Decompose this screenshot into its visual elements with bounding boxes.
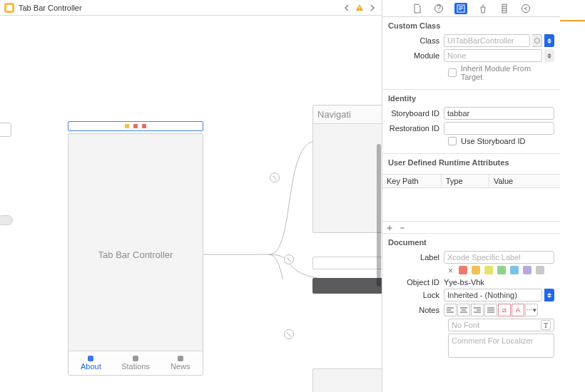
font-picker-icon[interactable]: T [541, 320, 551, 330]
localizer-comment-textarea[interactable]: Comment For Localizer [448, 334, 554, 358]
tab-icon [133, 356, 138, 361]
document-section: Document Label Xcode Specific Label × Ob… [382, 234, 560, 366]
scene-title-bar[interactable] [68, 121, 203, 131]
connections-inspector-tab-icon[interactable] [520, 3, 531, 14]
tab-bar-controller-scene[interactable]: Tab Bar Controller About Stations News [68, 133, 203, 376]
tab-item-stations[interactable]: Stations [113, 351, 158, 375]
udra-col-type[interactable]: Type [441, 175, 489, 188]
label-input[interactable]: Xcode Specific Label [444, 251, 554, 264]
history-back-icon[interactable] [342, 3, 352, 13]
breadcrumb-bar: Tab Bar Controller [0, 0, 382, 16]
inspector-tab-bar: ? [382, 0, 560, 17]
more-icon[interactable]: ⋯▾ [525, 304, 538, 316]
color-swatch[interactable] [523, 266, 531, 274]
file-inspector-tab-icon[interactable] [412, 3, 423, 14]
object-id-label: Object ID [388, 278, 439, 287]
use-storyboard-id-label: Use Storyboard ID [461, 137, 525, 145]
restoration-id-input[interactable] [444, 122, 554, 135]
notes-label: Notes [388, 306, 439, 314]
scene-partial[interactable] [312, 368, 382, 392]
storyboard-id-label: Storyboard ID [388, 109, 439, 118]
color-swatch[interactable] [472, 266, 480, 274]
history-forward-icon[interactable] [367, 3, 377, 13]
storyboard-id-input[interactable]: tabbar [444, 107, 554, 120]
right-gutter [560, 0, 585, 392]
font-select[interactable]: No Font T [448, 319, 554, 331]
add-button[interactable]: ＋ [384, 223, 395, 233]
label-label: Label [388, 253, 439, 262]
udra-col-key[interactable]: Key Path [382, 175, 441, 188]
scrollbar-thumb[interactable] [377, 144, 381, 287]
color-swatch[interactable] [536, 266, 544, 274]
align-justify-icon[interactable] [484, 304, 497, 316]
svg-rect-8 [459, 9, 462, 10]
color-swatch[interactable] [459, 266, 467, 274]
svg-rect-1 [359, 6, 360, 9]
identity-section: Identity Storyboard ID tabbar Restoratio… [382, 90, 560, 154]
segue-node-icon[interactable] [284, 329, 294, 339]
svg-rect-0 [6, 5, 12, 11]
exit-icon [133, 124, 138, 128]
note-b-icon[interactable]: A [512, 304, 524, 316]
udra-table: Key Path Type Value [382, 174, 560, 188]
udra-body[interactable] [382, 188, 560, 221]
align-right-icon[interactable] [471, 304, 484, 316]
color-swatch[interactable] [497, 266, 506, 274]
warning-icon[interactable] [355, 3, 365, 13]
udra-section: User Defined Runtime Attributes Key Path… [382, 154, 560, 234]
svg-rect-2 [359, 9, 360, 10]
segue-node-icon[interactable] [270, 172, 280, 182]
remove-button[interactable]: － [397, 223, 408, 233]
svg-text:?: ? [436, 4, 440, 12]
class-combobox[interactable]: UITabBarController [444, 34, 530, 47]
align-left-icon[interactable] [444, 304, 457, 316]
use-storyboard-id-checkbox[interactable] [448, 137, 457, 145]
scene-partial[interactable] [312, 257, 382, 269]
dropdown-arrow-icon[interactable] [544, 34, 554, 47]
storyboard-canvas[interactable]: Tab Bar Controller About Stations News N… [0, 16, 382, 392]
restoration-id-label: Restoration ID [388, 124, 439, 133]
offscreen-scene [0, 215, 13, 225]
section-heading: User Defined Runtime Attributes [382, 158, 560, 170]
lock-select[interactable]: Inherited - (Nothing) [444, 289, 542, 301]
breadcrumb-title[interactable]: Tab Bar Controller [19, 4, 82, 12]
scene-partial[interactable] [312, 278, 382, 294]
identity-inspector-tab-icon[interactable] [454, 3, 467, 14]
color-swatch[interactable] [510, 266, 519, 274]
vertical-scrollbar[interactable] [376, 16, 382, 392]
orange-divider [560, 20, 585, 21]
svg-point-10 [522, 4, 529, 12]
udra-col-value[interactable]: Value [489, 175, 560, 188]
segue-node-icon[interactable] [284, 254, 294, 264]
class-label: Class [388, 36, 439, 45]
dropdown-arrow-icon[interactable] [544, 49, 554, 62]
scene-label: Tab Bar Controller [68, 134, 203, 375]
inherit-module-label: Inherit Module From Target [461, 64, 554, 81]
note-a-icon[interactable]: ⧄ [498, 304, 511, 316]
udra-add-remove: ＋ － [382, 221, 560, 233]
align-center-icon[interactable] [457, 304, 470, 316]
tab-item-news[interactable]: News [158, 351, 203, 375]
section-heading: Document [388, 238, 554, 247]
tab-bar: About Stations News [68, 351, 203, 375]
section-heading: Custom Class [388, 21, 554, 30]
clear-icon[interactable] [532, 34, 542, 47]
inherit-module-checkbox[interactable] [448, 68, 457, 77]
svg-rect-6 [459, 6, 463, 7]
navigation-controller-scene[interactable]: Navigati [312, 105, 382, 233]
help-inspector-tab-icon[interactable]: ? [433, 3, 444, 14]
notes-toolbar: ⧄ A ⋯▾ [444, 304, 554, 316]
tab-item-about[interactable]: About [68, 351, 113, 375]
module-combobox[interactable]: None [444, 49, 542, 62]
module-label: Module [388, 51, 439, 60]
first-responder-icon [125, 124, 129, 128]
size-inspector-tab-icon[interactable] [499, 3, 510, 14]
identity-inspector-panel: ? Custom Class Class UITabBarController … [382, 0, 560, 392]
attributes-inspector-tab-icon[interactable] [477, 3, 489, 14]
nav-bar: Navigati [313, 105, 382, 124]
tab-icon [88, 356, 93, 361]
color-swatch[interactable] [484, 266, 493, 274]
clear-swatch[interactable]: × [448, 266, 453, 276]
offscreen-scene [0, 123, 11, 137]
dropdown-arrow-icon[interactable] [544, 289, 554, 301]
